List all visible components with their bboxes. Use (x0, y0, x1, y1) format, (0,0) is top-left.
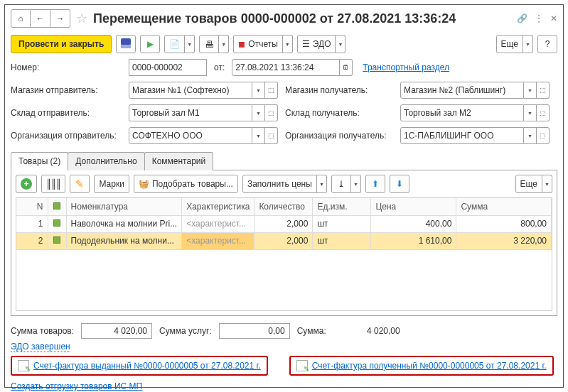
number-field[interactable]: 0000-000002 (129, 59, 207, 76)
header-mark-icon (53, 202, 60, 209)
receiver-wh-field[interactable]: Торговый зал М2 ⬚ (400, 104, 550, 121)
post-button[interactable]: ▶ (140, 35, 160, 53)
row-stores: Магазин отправитель: Магазин №1 (Софтехн… (11, 79, 557, 102)
print-dropdown[interactable] (219, 35, 229, 53)
close-icon[interactable]: ✕ (550, 13, 557, 23)
sender-org-field[interactable]: СОФТЕХНО ООО ⬚ (129, 127, 278, 144)
link-icon[interactable]: 🔗 (517, 13, 527, 23)
reports-dropdown[interactable] (283, 35, 293, 53)
create-shipment-link[interactable]: Создать отгрузку товаров ИС МП (11, 381, 142, 391)
fill-prices-group[interactable]: Заполнить цены (242, 175, 327, 193)
marks-button[interactable]: Марки (94, 175, 129, 193)
more-menu[interactable]: Еще (496, 35, 533, 53)
sender-org-label: Организация отправитель: (11, 131, 124, 141)
receiver-org-field[interactable]: 1С-ПАБЛИШИНГ ООО ⬚ (400, 127, 550, 144)
goods-table[interactable]: N Номенклатура Характеристика Количество… (16, 197, 552, 311)
number-label: Номер: (11, 62, 124, 72)
tab-additional[interactable]: Дополнительно (68, 152, 144, 170)
create-based-on[interactable]: 📄 (164, 35, 195, 53)
import-group[interactable]: ⤓ (331, 175, 361, 193)
sender-store-field[interactable]: Магазин №1 (Софтехно) ⬚ (129, 82, 278, 99)
col-unit[interactable]: Ед.изм. (313, 198, 371, 215)
table-row[interactable]: 1Наволочка на молнии Pri...<характерист.… (16, 215, 552, 232)
receiver-store-label: Магазин получатель: (282, 85, 396, 95)
tab-goods[interactable]: Товары (2) (11, 152, 68, 170)
invoice-out-icon[interactable] (18, 360, 29, 371)
document-form: ⌂ ← → ☆ Перемещение товаров 0000-000002 … (4, 4, 564, 388)
row-number: Номер: 0000-000002 от: 27.08.2021 13:36:… (11, 56, 557, 79)
favorite-icon[interactable]: ☆ (76, 11, 87, 26)
invoice-in-link[interactable]: Счет-фактура полученный №0000-0000005 от… (312, 361, 547, 371)
barcode-button[interactable]: ║║║ (41, 175, 65, 193)
edo-status-link[interactable]: ЭДО завершен (11, 342, 70, 352)
window-title: Перемещение товаров 0000-000002 от 27.08… (93, 11, 514, 26)
invoice-in-icon[interactable] (296, 360, 308, 371)
sender-wh-label: Склад отправитель: (11, 108, 124, 118)
table-header: N Номенклатура Характеристика Количество… (16, 198, 552, 215)
cell-nomenclature: Наволочка на молнии Pri... (66, 215, 182, 232)
from-label: от: (211, 62, 227, 72)
sender-wh-field[interactable]: Торговый зал М1 ⬚ (129, 104, 278, 121)
plus-icon: + (21, 178, 32, 190)
nav-group: ⌂ ← → (11, 9, 70, 28)
create-dropdown[interactable] (185, 35, 195, 53)
tab-body-goods: + ║║║ ✎ Марки 🧺Подобрать товары... Запол… (11, 170, 557, 316)
save-icon (121, 38, 131, 50)
receiver-wh-label: Склад получатель: (282, 108, 396, 118)
nav-forward[interactable]: → (50, 9, 70, 28)
cell-quantity: 2,000 (254, 232, 313, 249)
cell-mark (48, 232, 66, 249)
col-icon[interactable] (48, 198, 66, 215)
save-button[interactable] (116, 35, 136, 53)
basket-icon: 🧺 (139, 179, 149, 189)
cell-characteristic[interactable]: <характерист... (182, 232, 254, 249)
main-toolbar: Провести и закрыть ▶ 📄 🖶 ◼Отчеты ☰ЭДО Ещ… (11, 32, 557, 56)
row-orgs: Организация отправитель: СОФТЕХНО ООО ⬚ … (11, 124, 557, 147)
reports-group[interactable]: ◼Отчеты (233, 35, 292, 53)
more-icon[interactable]: ⋮ (535, 13, 543, 23)
col-price[interactable]: Цена (371, 198, 456, 215)
row-mark-icon (53, 236, 60, 244)
pick-goods-button[interactable]: 🧺Подобрать товары... (134, 175, 238, 193)
cell-price: 1 610,00 (371, 232, 456, 249)
receiver-store-field[interactable]: Магазин №2 (Паблишинг) ⬚ (400, 82, 550, 99)
services-sum-label: Сумма услуг: (159, 326, 212, 336)
invoice-out-box: Счет-фактура выданный №0000-0000005 от 2… (11, 356, 268, 376)
total-sum-label: Сумма: (297, 326, 326, 336)
arrow-up-icon: ⬆ (372, 179, 379, 189)
print-group[interactable]: 🖶 (199, 35, 229, 53)
tab-comment[interactable]: Комментарий (144, 152, 214, 170)
cell-unit: шт (313, 232, 371, 249)
cell-price: 400,00 (371, 215, 456, 232)
cell-unit: шт (313, 215, 371, 232)
invoice-out-link[interactable]: Счет-фактура выданный №0000-0000005 от 2… (33, 361, 261, 371)
transport-link[interactable]: Транспортный раздел (363, 62, 449, 72)
cell-characteristic[interactable]: <характерист... (182, 215, 254, 232)
edo-dropdown[interactable] (336, 35, 345, 53)
help-button[interactable]: ? (537, 35, 557, 53)
move-down-button[interactable]: ⬇ (390, 175, 409, 193)
cell-nomenclature: Пододеяльник на молни... (66, 232, 182, 249)
col-quantity[interactable]: Количество (254, 198, 313, 215)
nav-home[interactable]: ⌂ (11, 9, 31, 28)
table-toolbar: + ║║║ ✎ Марки 🧺Подобрать товары... Запол… (16, 175, 552, 197)
move-up-button[interactable]: ⬆ (365, 175, 385, 193)
col-n[interactable]: N (16, 198, 48, 215)
add-row-button[interactable]: + (16, 175, 37, 193)
col-characteristic[interactable]: Характеристика (182, 198, 254, 215)
col-sum[interactable]: Сумма (456, 198, 552, 215)
cell-n: 1 (16, 215, 48, 232)
calendar-icon[interactable]: 🗓 (340, 59, 353, 76)
date-field[interactable]: 27.08.2021 13:36:24 🗓 (232, 59, 353, 76)
table-more-menu[interactable]: Еще (515, 175, 552, 193)
table-row[interactable]: 2Пододеяльник на молни...<характерист...… (16, 232, 552, 249)
nav-back[interactable]: ← (31, 9, 50, 28)
col-nomenclature[interactable]: Номенклатура (66, 198, 182, 215)
edit-row-button[interactable]: ✎ (70, 175, 90, 193)
edo-group[interactable]: ☰ЭДО (297, 35, 346, 53)
goods-sum-label: Сумма товаров: (11, 326, 74, 336)
cell-sum: 800,00 (456, 215, 552, 232)
post-and-close-button[interactable]: Провести и закрыть (11, 35, 112, 53)
cell-sum: 3 220,00 (456, 232, 552, 249)
arrow-down-icon: ⬇ (396, 179, 403, 189)
